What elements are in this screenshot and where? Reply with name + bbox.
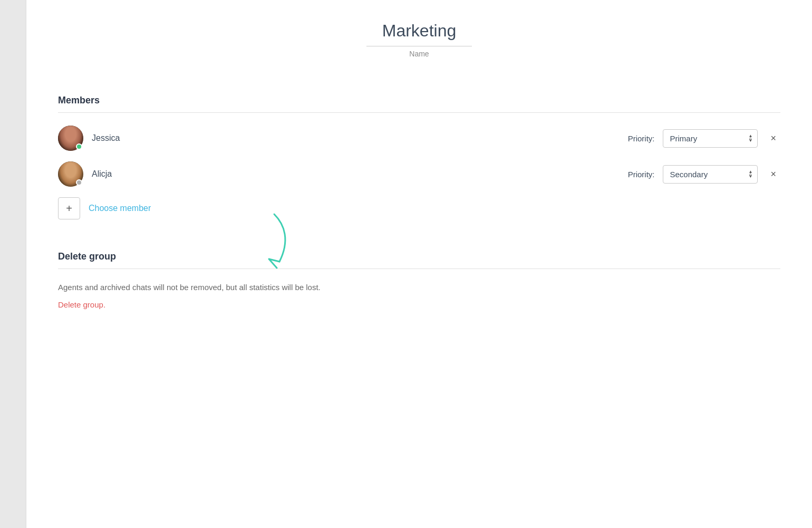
delete-group-link[interactable]: Delete group. — [58, 300, 105, 309]
members-section: Members Jessica Priority: Primary Second… — [58, 95, 780, 219]
delete-description: Agents and archived chats will not be re… — [58, 282, 780, 294]
priority-select-jessica[interactable]: Primary Secondary — [663, 129, 758, 148]
priority-select-wrapper-jessica[interactable]: Primary Secondary ▲ ▼ — [663, 129, 758, 148]
priority-select-alicja[interactable]: Primary Secondary — [663, 165, 758, 184]
member-row-alicja: Alicja Priority: Primary Secondary ▲ ▼ × — [58, 161, 780, 187]
status-dot-jessica — [76, 143, 82, 150]
avatar-wrapper-jessica — [58, 126, 83, 151]
delete-section-heading: Delete group — [58, 251, 780, 269]
member-name-jessica: Jessica — [92, 133, 620, 143]
page-header: Marketing Name — [58, 21, 780, 69]
add-member-row: + Choose member — [58, 197, 780, 219]
remove-alicja-button[interactable]: × — [766, 167, 780, 182]
priority-label-jessica: Priority: — [628, 134, 655, 143]
members-section-heading: Members — [58, 95, 780, 113]
sidebar — [0, 0, 26, 528]
priority-area-alicja: Priority: Primary Secondary ▲ ▼ × — [628, 165, 780, 184]
page-title: Marketing — [366, 21, 472, 46]
remove-jessica-button[interactable]: × — [766, 131, 780, 146]
add-member-button[interactable]: + — [58, 197, 80, 219]
member-name-alicja: Alicja — [92, 169, 620, 179]
avatar-wrapper-alicja — [58, 161, 83, 187]
priority-label-alicja: Priority: — [628, 170, 655, 179]
main-content: Marketing Name Members Jessica Priority:… — [26, 0, 812, 528]
priority-select-wrapper-alicja[interactable]: Primary Secondary ▲ ▼ — [663, 165, 758, 184]
priority-area-jessica: Priority: Primary Secondary ▲ ▼ × — [628, 129, 780, 148]
choose-member-link[interactable]: Choose member — [89, 204, 151, 213]
member-row-jessica: Jessica Priority: Primary Secondary ▲ ▼ … — [58, 126, 780, 151]
page-subtitle: Name — [58, 50, 780, 58]
status-dot-alicja — [76, 179, 82, 186]
delete-group-section: Delete group Agents and archived chats w… — [58, 251, 780, 310]
